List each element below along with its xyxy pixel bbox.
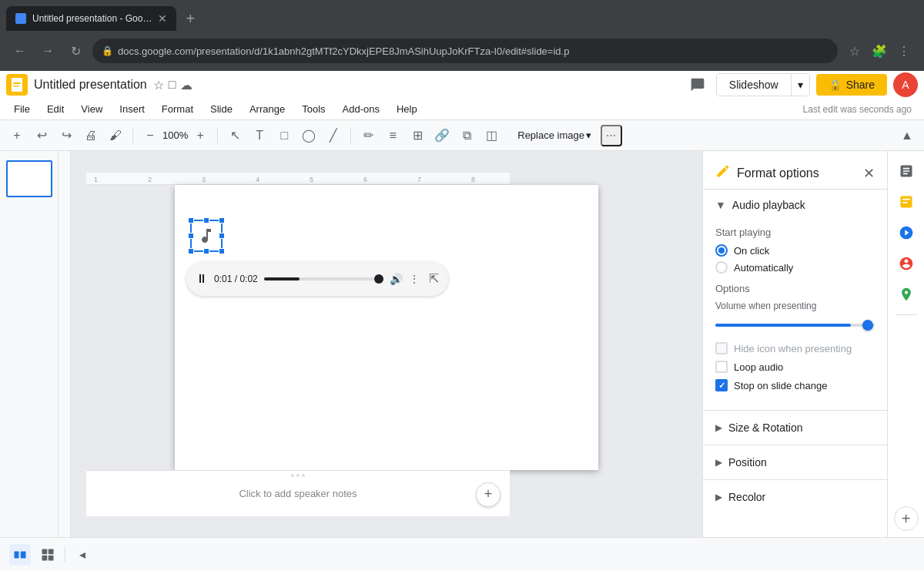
handle-bottom-middle[interactable] xyxy=(203,248,209,254)
zoom-in-button[interactable]: + xyxy=(189,125,211,146)
progress-bar[interactable] xyxy=(264,277,383,280)
recolor-header[interactable]: ▶ Recolor xyxy=(703,480,887,514)
hide-icon-option[interactable]: Hide icon when presenting xyxy=(715,342,875,354)
cursor-tool[interactable]: ↖ xyxy=(224,125,246,146)
on-click-option[interactable]: On click xyxy=(715,244,875,257)
slideshow-dropdown[interactable]: ▾ xyxy=(792,74,809,96)
shape-tool-2[interactable]: ◯ xyxy=(298,125,320,146)
text-tool[interactable]: T xyxy=(249,125,270,146)
tab-close-button[interactable]: ✕ xyxy=(158,12,167,25)
extensions-icon[interactable]: 🧩 xyxy=(869,40,890,62)
reload-button[interactable]: ↻ xyxy=(65,40,86,62)
collapse-panel-button[interactable]: ◂ xyxy=(72,544,93,566)
pen-tool[interactable]: ✏ xyxy=(357,125,379,146)
handle-bottom-right[interactable] xyxy=(219,248,225,254)
filmstrip-view-button[interactable] xyxy=(9,544,31,566)
player-external-button[interactable]: ⇱ xyxy=(429,271,439,286)
format-panel-close-button[interactable]: ✕ xyxy=(863,165,875,182)
comments-button[interactable] xyxy=(685,72,710,97)
audio-element[interactable] xyxy=(190,220,223,252)
print-button[interactable]: 🖨 xyxy=(80,125,102,146)
loop-audio-option[interactable]: Loop audio xyxy=(715,361,875,373)
active-tab[interactable]: Untitled presentation - Goo… ✕ xyxy=(6,6,176,31)
handle-top-middle[interactable] xyxy=(203,217,209,223)
volume-fill xyxy=(715,324,851,327)
mask-tool[interactable]: ◫ xyxy=(480,125,502,146)
new-tab-button[interactable]: + xyxy=(179,6,201,31)
redo-button[interactable]: ↪ xyxy=(55,125,77,146)
more-options-button[interactable]: ⋯ xyxy=(601,125,622,146)
zoom-control[interactable]: − 100% + xyxy=(139,125,211,146)
menu-tools[interactable]: Tools xyxy=(294,100,333,118)
bookmark-icon[interactable]: ☆ xyxy=(844,40,865,62)
bottom-bar: ◂ xyxy=(0,537,924,571)
slideshow-button[interactable]: Slideshow xyxy=(717,74,792,96)
stop-on-change-option[interactable]: ✓ Stop on slide change xyxy=(715,379,875,391)
handle-top-right[interactable] xyxy=(219,217,225,223)
menu-view[interactable]: View xyxy=(73,100,110,118)
handle-middle-left[interactable] xyxy=(188,233,194,239)
back-button[interactable]: ← xyxy=(9,40,31,62)
sidebar-icon-maps[interactable] xyxy=(892,280,920,308)
menu-slide[interactable]: Slide xyxy=(203,100,240,118)
table-tool[interactable]: ⊞ xyxy=(407,125,428,146)
align-tool[interactable]: ≡ xyxy=(382,125,403,146)
sidebar-icon-1[interactable] xyxy=(892,157,920,185)
paint-format-button[interactable]: 🖌 xyxy=(105,125,126,146)
slide-thumbnail[interactable] xyxy=(6,160,52,197)
notes-area[interactable]: Click to add speaker notes + xyxy=(86,470,510,516)
player-more-button[interactable]: ⋮ xyxy=(409,273,420,285)
handle-middle-right[interactable] xyxy=(219,233,225,239)
crop-tool[interactable]: ⧉ xyxy=(456,125,477,146)
hide-icon-checkbox[interactable] xyxy=(715,342,728,354)
volume-slider[interactable] xyxy=(715,317,875,333)
menu-help[interactable]: Help xyxy=(389,100,425,118)
handle-top-left[interactable] xyxy=(188,217,194,223)
notes-add-button[interactable]: + xyxy=(476,482,500,507)
loop-audio-checkbox[interactable] xyxy=(715,361,728,373)
line-tool[interactable]: ╱ xyxy=(323,125,344,146)
forward-button[interactable]: → xyxy=(37,40,59,62)
menu-arrange[interactable]: Arrange xyxy=(242,100,293,118)
cloud-icon[interactable]: ☁ xyxy=(180,78,192,92)
ruler-marks: 1 2 3 4 5 6 7 8 xyxy=(86,173,510,185)
volume-thumb[interactable] xyxy=(862,320,873,331)
automatically-option[interactable]: Automatically xyxy=(715,261,875,274)
toolbar-collapse-button[interactable]: ▲ xyxy=(896,125,918,146)
shape-tool[interactable]: □ xyxy=(273,125,295,146)
sidebar-icon-2[interactable] xyxy=(892,188,920,216)
user-avatar[interactable]: A xyxy=(893,72,918,97)
volume-button[interactable]: 🔊 xyxy=(390,273,403,285)
link-tool[interactable]: 🔗 xyxy=(431,125,453,146)
audio-section-header[interactable]: ▼ Audio playback xyxy=(703,190,887,220)
stop-on-change-checkbox[interactable]: ✓ xyxy=(715,379,728,391)
sidebar-icon-3[interactable] xyxy=(892,219,920,247)
menu-format[interactable]: Format xyxy=(154,100,201,118)
undo-button[interactable]: ↩ xyxy=(31,125,52,146)
replace-image-button[interactable]: Replace image ▾ xyxy=(511,126,598,144)
notes-resize-handle[interactable] xyxy=(288,471,308,480)
grid-view-button[interactable] xyxy=(37,544,59,566)
app-header: Untitled presentation ☆ □ ☁ Slideshow ▾ … xyxy=(0,71,924,120)
drive-icon[interactable]: □ xyxy=(169,78,176,92)
size-rotation-header[interactable]: ▶ Size & Rotation xyxy=(703,411,887,445)
share-button[interactable]: 🔒 Share xyxy=(816,74,887,96)
url-bar[interactable]: 🔒 docs.google.com/presentation/d/1k1abnh… xyxy=(92,39,838,63)
zoom-out-button[interactable]: − xyxy=(139,125,161,146)
sidebar-add-button[interactable]: + xyxy=(894,506,919,531)
star-icon[interactable]: ☆ xyxy=(153,78,164,92)
menu-addons[interactable]: Add-ons xyxy=(335,100,387,118)
menu-insert[interactable]: Insert xyxy=(112,100,152,118)
on-click-radio[interactable] xyxy=(715,244,728,257)
pause-button[interactable]: ⏸ xyxy=(196,272,208,286)
svg-rect-15 xyxy=(15,551,19,558)
menu-icon[interactable]: ⋮ xyxy=(893,40,915,62)
handle-bottom-left[interactable] xyxy=(188,248,194,254)
automatically-radio[interactable] xyxy=(715,261,728,274)
menu-edit[interactable]: Edit xyxy=(39,100,72,118)
menu-file[interactable]: File xyxy=(6,100,38,118)
add-button[interactable]: + xyxy=(6,125,28,146)
position-header[interactable]: ▶ Position xyxy=(703,445,887,479)
sidebar-icon-4[interactable] xyxy=(892,250,920,277)
progress-thumb[interactable] xyxy=(374,274,383,284)
